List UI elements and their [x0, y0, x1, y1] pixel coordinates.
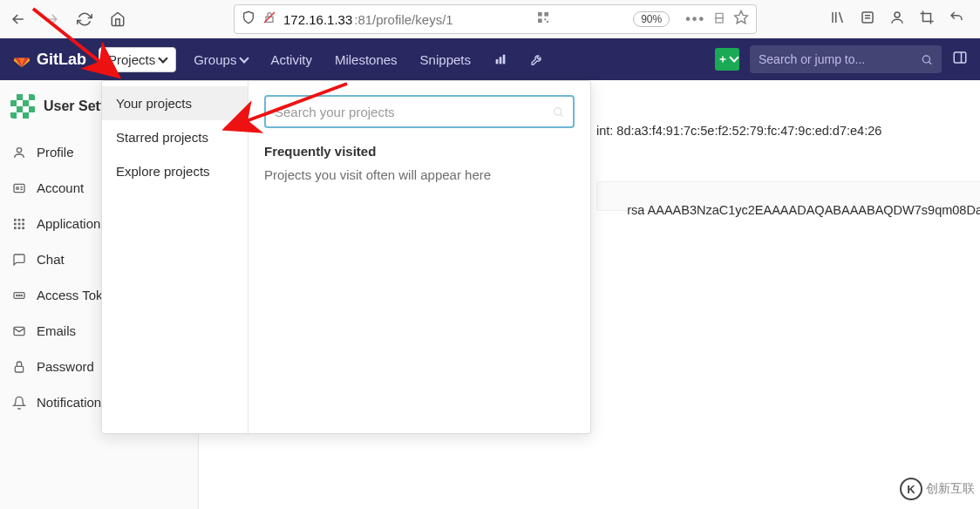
nav-activity[interactable]: Activity [265, 49, 317, 71]
svg-point-35 [21, 295, 22, 295]
svg-point-34 [18, 295, 19, 295]
watermark-text: 创新互联 [926, 481, 975, 497]
bell-icon [12, 396, 26, 410]
url-text: 172.16.1.33:81/profile/keys/1 [283, 12, 453, 27]
project-search-input[interactable] [275, 105, 552, 119]
project-search-box[interactable] [264, 95, 575, 128]
lock-slash-icon [262, 10, 276, 28]
gitlab-logo[interactable]: GitLab [12, 50, 86, 69]
dropdown-main: Frequently visited Projects you visit of… [248, 81, 590, 433]
reload-button[interactable] [71, 6, 98, 32]
library-icon[interactable] [830, 10, 846, 29]
chat-icon [12, 253, 26, 267]
nav-chart-icon[interactable] [488, 49, 513, 70]
svg-rect-27 [18, 222, 21, 225]
svg-point-38 [554, 107, 561, 114]
svg-marker-7 [735, 11, 748, 24]
sidebar-toggle-icon[interactable] [952, 50, 968, 69]
svg-rect-3 [538, 18, 542, 23]
svg-rect-2 [544, 12, 548, 17]
search-icon [552, 105, 564, 119]
svg-rect-26 [14, 222, 17, 225]
svg-rect-14 [503, 55, 506, 64]
sidebar-item-label: Chat [37, 252, 65, 267]
svg-rect-23 [14, 219, 17, 221]
svg-rect-6 [716, 18, 723, 23]
svg-rect-5 [547, 21, 548, 23]
search-input[interactable] [759, 52, 921, 66]
svg-rect-31 [22, 227, 24, 229]
reader-icon[interactable] [860, 10, 875, 29]
shield-icon [242, 10, 255, 28]
lock-icon [12, 360, 26, 374]
svg-rect-29 [14, 227, 17, 229]
home-button[interactable] [105, 6, 131, 32]
ssh-key-box: rsa AAAAB3NzaC1yc2EAAAADAQABAAABAQDW7s9q… [596, 181, 980, 211]
back-button[interactable] [5, 6, 31, 32]
nav-groups[interactable]: Groups [188, 49, 253, 71]
nav-wrench-icon[interactable] [525, 49, 549, 70]
star-icon[interactable] [733, 10, 749, 29]
watermark-badge: K [900, 478, 922, 500]
watermark: K 创新互联 [900, 478, 975, 500]
nav-snippets[interactable]: Snippets [415, 49, 476, 71]
sidebar-item-label: Applications [37, 216, 107, 231]
svg-point-20 [17, 187, 19, 189]
nav-groups-label: Groups [194, 52, 236, 67]
svg-rect-13 [500, 57, 502, 64]
sidebar-item-label: Notifications [37, 395, 108, 410]
chevron-down-icon [160, 52, 167, 67]
zoom-badge[interactable]: 90% [633, 11, 670, 27]
chevron-down-icon [731, 52, 738, 66]
id-icon [12, 181, 26, 195]
svg-rect-1 [538, 12, 542, 17]
svg-rect-4 [544, 18, 546, 20]
sidebar-heading-text: User Setti [44, 98, 109, 114]
nav-milestones[interactable]: Milestones [330, 49, 403, 71]
svg-point-18 [17, 147, 21, 152]
svg-point-11 [895, 12, 900, 17]
ssh-key-text: rsa AAAAB3NzaC1yc2EAAAADAQABAAABAQDW7s9q… [627, 203, 980, 217]
dropdown-starred-projects[interactable]: Starred projects [102, 120, 248, 154]
sidebar-item-label: Password [37, 359, 94, 374]
svg-rect-30 [18, 227, 21, 229]
projects-dropdown: Your projects Starred projects Explore p… [101, 80, 591, 434]
avatar [10, 94, 35, 119]
dropdown-sidebar: Your projects Starred projects Explore p… [102, 81, 248, 433]
token-icon [12, 288, 26, 302]
sidebar-item-label: Profile [37, 145, 74, 159]
url-bar[interactable]: 172.16.1.33:81/profile/keys/1 90% ••• [234, 4, 757, 34]
sidebar-item-label: Account [37, 180, 84, 195]
browser-toolbar: 172.16.1.33:81/profile/keys/1 90% ••• [0, 0, 980, 38]
brand-text: GitLab [37, 51, 86, 69]
svg-rect-37 [15, 366, 23, 372]
chevron-down-icon [241, 52, 248, 67]
gitlab-navbar: GitLab Projects Groups Activity Mileston… [0, 38, 980, 80]
svg-rect-25 [22, 219, 24, 221]
svg-rect-24 [18, 219, 21, 221]
undo-icon[interactable] [949, 10, 964, 29]
content-area: User Setti Profile Account Applications … [0, 80, 980, 509]
search-box[interactable] [750, 45, 942, 73]
nav-projects[interactable]: Projects [99, 47, 176, 72]
svg-rect-12 [496, 59, 499, 64]
dropdown-explore-projects[interactable]: Explore projects [102, 154, 248, 188]
crop-icon[interactable] [919, 10, 935, 29]
svg-rect-28 [22, 222, 24, 225]
freq-visited-hint: Projects you visit often will appear her… [264, 167, 575, 182]
qr-icon[interactable] [536, 10, 550, 28]
gitlab-icon [12, 50, 31, 69]
new-button[interactable] [715, 48, 739, 71]
svg-point-33 [17, 295, 17, 295]
printer-icon[interactable] [712, 10, 726, 28]
svg-rect-16 [954, 52, 966, 63]
search-icon [921, 53, 933, 66]
dropdown-your-projects[interactable]: Your projects [102, 86, 248, 120]
freq-visited-title: Frequently visited [264, 144, 575, 159]
more-icon[interactable]: ••• [685, 11, 705, 27]
fingerprint-text: int: 8d:a3:f4:91:7c:5e:f2:52:79:fc:47:9c… [596, 124, 966, 138]
email-icon [12, 324, 26, 338]
forward-button[interactable] [38, 6, 65, 32]
account-icon[interactable] [889, 10, 905, 29]
user-icon [12, 146, 26, 159]
